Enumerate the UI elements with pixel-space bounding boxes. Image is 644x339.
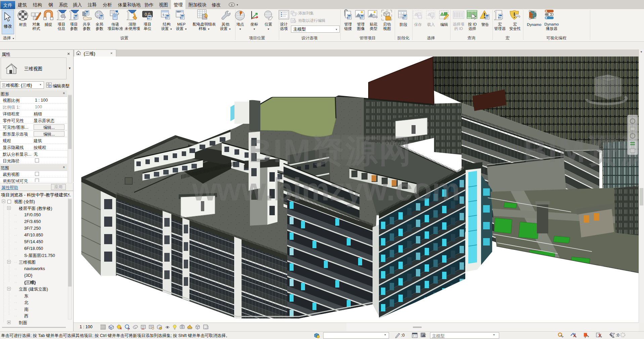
svg-text:MEP: MEP <box>177 11 181 13</box>
svg-text:www.bimzyw.com: www.bimzyw.com <box>192 172 460 207</box>
svg-text:5: 5 <box>163 13 164 16</box>
svg-text:BIM资源网: BIM资源网 <box>523 133 639 169</box>
